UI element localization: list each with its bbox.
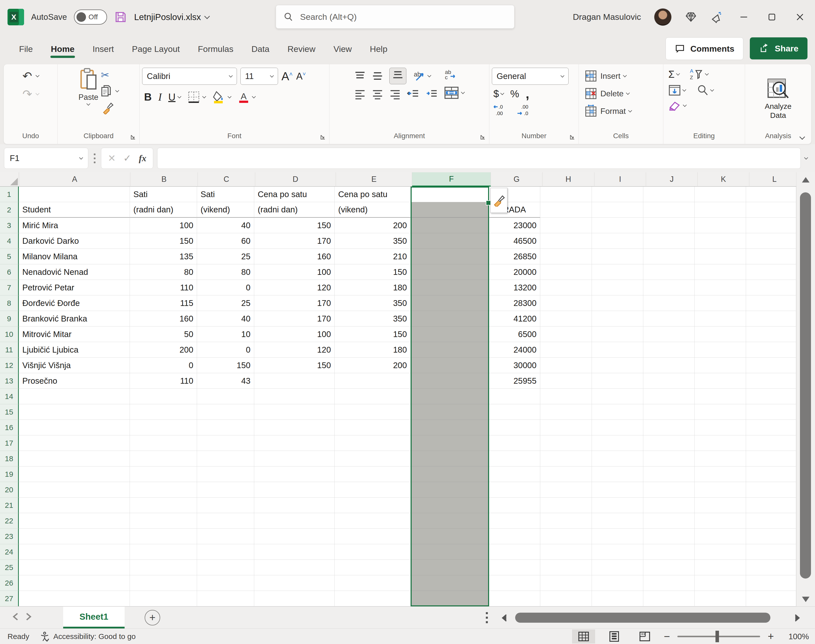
row-header-3[interactable]: 3 (0, 218, 19, 233)
search-input[interactable]: Search (Alt+Q) (276, 5, 515, 29)
grid-cell-D13[interactable] (254, 373, 335, 389)
grid-cell-B17[interactable] (130, 435, 197, 451)
grid-cell-H14[interactable] (540, 389, 592, 404)
insert-cells-button[interactable]: Insert (584, 68, 660, 84)
grid-cell-B2[interactable]: (radni dan) (130, 202, 197, 218)
grid-cell-I8[interactable] (592, 295, 643, 311)
document-title[interactable]: LetnjiPoslovi.xlsx (134, 12, 209, 22)
grid-cell-C26[interactable] (197, 575, 254, 591)
grid-cell-G9[interactable]: 41200 (489, 311, 540, 327)
grid-cell-B1[interactable]: Sati (130, 187, 197, 202)
grid-cell-G25[interactable] (489, 560, 540, 575)
grid-cell-C1[interactable]: Sati (197, 187, 254, 202)
grid-cell-J1[interactable] (643, 187, 695, 202)
grid-cell-A9[interactable]: Branković Branka (19, 311, 130, 327)
grid-cell-H26[interactable] (540, 575, 592, 591)
grid-cell-G4[interactable]: 46500 (489, 233, 540, 249)
row-header-4[interactable]: 4 (0, 233, 19, 249)
sheet-tab-sheet1[interactable]: Sheet1 (63, 607, 125, 629)
zoom-slider-thumb[interactable] (715, 631, 719, 642)
percent-button[interactable]: % (510, 88, 519, 100)
grid-cell-A4[interactable]: Darković Darko (19, 233, 130, 249)
grid-cell-A8[interactable]: Đorđević Đorđe (19, 295, 130, 311)
grid-cell-F9[interactable] (411, 311, 489, 327)
grid-cell-A3[interactable]: Mirić Mira (19, 218, 130, 233)
grid-cell-K10[interactable] (695, 327, 746, 342)
grid-cell-J11[interactable] (643, 342, 695, 357)
grid-cell-I12[interactable] (592, 357, 643, 373)
grid-cell-L18[interactable] (746, 451, 796, 466)
grid-cell-K12[interactable] (695, 357, 746, 373)
grid-cell-F4[interactable] (411, 233, 489, 249)
grid-cell-J25[interactable] (643, 560, 695, 575)
column-header-K[interactable]: K (698, 172, 749, 187)
grid-cell-I9[interactable] (592, 311, 643, 327)
grid-cell-L1[interactable] (746, 187, 796, 202)
italic-button[interactable]: I (158, 91, 162, 103)
grid-cell-K5[interactable] (695, 249, 746, 264)
grid-cell-E6[interactable]: 150 (335, 264, 411, 280)
row-header-16[interactable]: 16 (0, 420, 19, 435)
grid-cell-L8[interactable] (746, 295, 796, 311)
grid-cell-L13[interactable] (746, 373, 796, 389)
grid-cell-J24[interactable] (643, 544, 695, 560)
scroll-right-icon[interactable] (794, 614, 801, 622)
grid-cell-E16[interactable] (335, 420, 411, 435)
comments-button[interactable]: Comments (666, 37, 743, 60)
grid-cell-D26[interactable] (254, 575, 335, 591)
zoom-slider[interactable] (677, 636, 760, 637)
align-center-button[interactable] (372, 89, 383, 99)
grid-cell-D16[interactable] (254, 420, 335, 435)
grid-cell-I27[interactable] (592, 591, 643, 606)
grid-cell-I23[interactable] (592, 529, 643, 544)
row-header-7[interactable]: 7 (0, 280, 19, 295)
grid-cell-C23[interactable] (197, 529, 254, 544)
grid-cell-C15[interactable] (197, 404, 254, 420)
grid-cell-G8[interactable]: 28300 (489, 295, 540, 311)
grid-cell-H23[interactable] (540, 529, 592, 544)
grid-cell-H17[interactable] (540, 435, 592, 451)
grid-cell-L14[interactable] (746, 389, 796, 404)
grid-cell-C17[interactable] (197, 435, 254, 451)
grid-cell-J8[interactable] (643, 295, 695, 311)
align-bottom-button[interactable] (389, 68, 406, 84)
horizontal-scroll-thumb[interactable] (515, 613, 771, 623)
next-sheet-button[interactable] (22, 613, 35, 623)
grid-cell-G16[interactable] (489, 420, 540, 435)
grid-cell-A24[interactable] (19, 544, 130, 560)
grid-cell-H21[interactable] (540, 498, 592, 513)
view-page-break-button[interactable] (633, 629, 656, 644)
grid-cell-I6[interactable] (592, 264, 643, 280)
grid-cell-D21[interactable] (254, 498, 335, 513)
share-button[interactable]: Share (750, 37, 808, 60)
grid-cell-J5[interactable] (643, 249, 695, 264)
font-color-button[interactable]: A (237, 90, 255, 104)
grid-cell-J18[interactable] (643, 451, 695, 466)
row-header-1[interactable]: 1 (0, 187, 19, 202)
grid-cell-A20[interactable] (19, 482, 130, 498)
grid-cell-L27[interactable] (746, 591, 796, 606)
grid-cell-K20[interactable] (695, 482, 746, 498)
grid-cell-F2[interactable] (411, 202, 489, 218)
grid-cell-J16[interactable] (643, 420, 695, 435)
grid-cell-B4[interactable]: 150 (130, 233, 197, 249)
grid-cell-H6[interactable] (540, 264, 592, 280)
grid-cell-K9[interactable] (695, 311, 746, 327)
grid-cell-D12[interactable]: 150 (254, 357, 335, 373)
row-header-25[interactable]: 25 (0, 560, 19, 575)
grid-cell-A11[interactable]: Ljubičić Ljubica (19, 342, 130, 357)
grid-cell-A23[interactable] (19, 529, 130, 544)
analyze-data-icon[interactable] (766, 77, 790, 101)
grid-cell-H10[interactable] (540, 327, 592, 342)
decrease-indent-button[interactable] (407, 89, 420, 99)
grid-cell-K23[interactable] (695, 529, 746, 544)
row-header-5[interactable]: 5 (0, 249, 19, 264)
grid-cell-F8[interactable] (411, 295, 489, 311)
grid-cell-K7[interactable] (695, 280, 746, 295)
grid-cell-C20[interactable] (197, 482, 254, 498)
row-header-11[interactable]: 11 (0, 342, 19, 357)
fill-button[interactable] (668, 84, 686, 96)
redo-button[interactable]: ↷ (22, 88, 39, 100)
tab-file[interactable]: File (10, 40, 42, 58)
grid-cell-K17[interactable] (695, 435, 746, 451)
